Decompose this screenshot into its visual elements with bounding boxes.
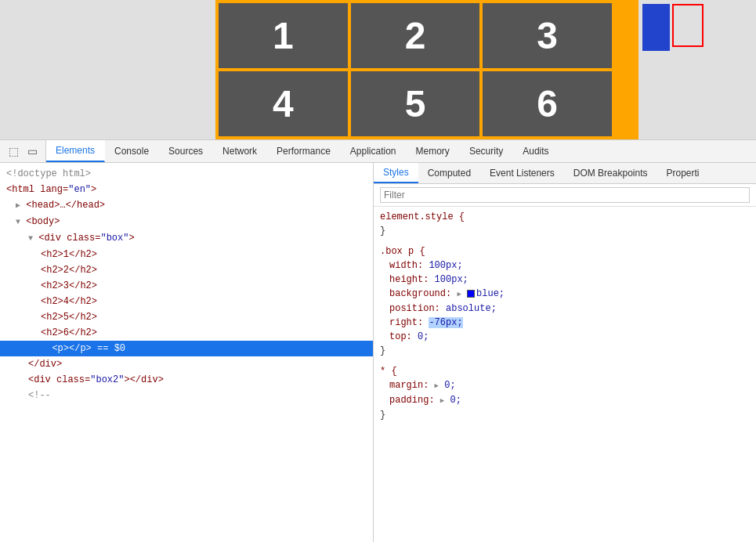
html-line-h2-2[interactable]: <h2>2</h2> [0,262,373,278]
styles-panel: Styles Computed Event Listeners DOM Brea… [374,163,756,542]
css-content: element.style { } .box p { width: 100px;… [374,207,756,539]
html-line-close-div[interactable]: </div> [0,356,373,372]
html-line-h2-4[interactable]: <h2>4</h2> [0,294,373,309]
css-prop-background: background: ▶ blue; [380,287,750,302]
styles-subtabs: Styles Computed Event Listeners DOM Brea… [374,163,756,184]
css-selector-element: element.style { [380,210,750,224]
css-prop-position: position: absolute; [380,302,750,316]
toolbar-icons: ⬚ ▭ [0,140,46,162]
devtools-tab-list: Elements Console Sources Network Perform… [46,140,756,162]
html-line-div-box2[interactable]: <div class="box2"></div> [0,372,373,388]
css-prop-right: right: -76px; [380,316,750,330]
grid-cell-4: 4 [217,70,349,138]
grid-cell-2: 2 [349,2,482,70]
css-prop-top: top: 0; [380,330,750,344]
red-outline-rectangle [672,4,704,47]
tab-elements[interactable]: Elements [46,140,105,162]
tab-memory[interactable]: Memory [407,140,460,162]
css-prop-width: width: 100px; [380,258,750,273]
main-content: <!doctype html> <html lang="en"> ▶ <head… [0,163,756,542]
subtab-properties[interactable]: Properti [657,163,708,183]
html-line-h2-6[interactable]: <h2>6</h2> [0,325,373,341]
devtools-toolbar: ⬚ ▭ Elements Console Sources Network Per… [0,139,756,163]
html-line-doctype[interactable]: <!doctype html> [0,166,373,182]
css-prop-height: height: 100px; [380,273,750,287]
device-icon[interactable]: ▭ [25,144,39,158]
html-line-html[interactable]: <html lang="en"> [0,182,373,197]
subtab-event-listeners[interactable]: Event Listeners [480,163,564,183]
html-line-p-selected[interactable]: <p></p> == $0 [0,341,373,356]
html-line-div-box[interactable]: ▼ <div class="box"> [0,230,373,247]
blue-rectangle [642,4,670,51]
css-rule-star: * { margin: ▶ 0; padding: ▶ 0; } [380,364,750,422]
css-selector-star: * { [380,364,750,378]
html-line-comment[interactable]: <!-- [0,388,373,403]
subtab-computed[interactable]: Computed [418,163,480,183]
grid-cell-6: 6 [481,70,613,138]
tab-sources[interactable]: Sources [159,140,213,162]
tab-network[interactable]: Network [213,140,267,162]
css-rule-element-style: element.style { } [380,210,750,238]
tab-audits[interactable]: Audits [513,140,559,162]
cursor-icon[interactable]: ⬚ [6,144,20,158]
grid-cell-3: 3 [481,2,613,70]
orange-sidebar [615,0,638,139]
css-close-box-p: } [380,344,750,358]
css-prop-padding: padding: ▶ 0; [380,393,750,408]
elements-panel: <!doctype html> <html lang="en"> ▶ <head… [0,163,374,542]
filter-input[interactable] [380,187,750,203]
tab-performance[interactable]: Performance [267,140,341,162]
elements-content: <!doctype html> <html lang="en"> ▶ <head… [0,163,373,406]
css-rule-box-p: .box p { width: 100px; height: 100px; ba… [380,244,750,358]
css-prop-margin: margin: ▶ 0; [380,378,750,393]
css-close-element: } [380,224,750,238]
grid-cell-5: 5 [349,70,482,138]
tab-security[interactable]: Security [460,140,513,162]
html-line-body[interactable]: ▼ <body> [0,214,373,230]
css-close-star: } [380,408,750,422]
tab-console[interactable]: Console [105,140,159,162]
filter-bar [374,184,756,207]
grid-cell-1: 1 [217,2,349,70]
html-line-head[interactable]: ▶ <head>…</head> [0,197,373,214]
preview-area: 1 2 3 4 5 6 [0,0,756,139]
tab-application[interactable]: Application [341,140,407,162]
grid-container: 1 2 3 4 5 6 [215,0,615,139]
subtab-dom-breakpoints[interactable]: DOM Breakpoints [564,163,657,183]
html-line-h2-5[interactable]: <h2>5</h2> [0,309,373,325]
html-line-h2-1[interactable]: <h2>1</h2> [0,247,373,262]
html-line-h2-3[interactable]: <h2>3</h2> [0,278,373,294]
css-selector-box-p: .box p { [380,244,750,258]
subtab-styles[interactable]: Styles [374,163,418,183]
